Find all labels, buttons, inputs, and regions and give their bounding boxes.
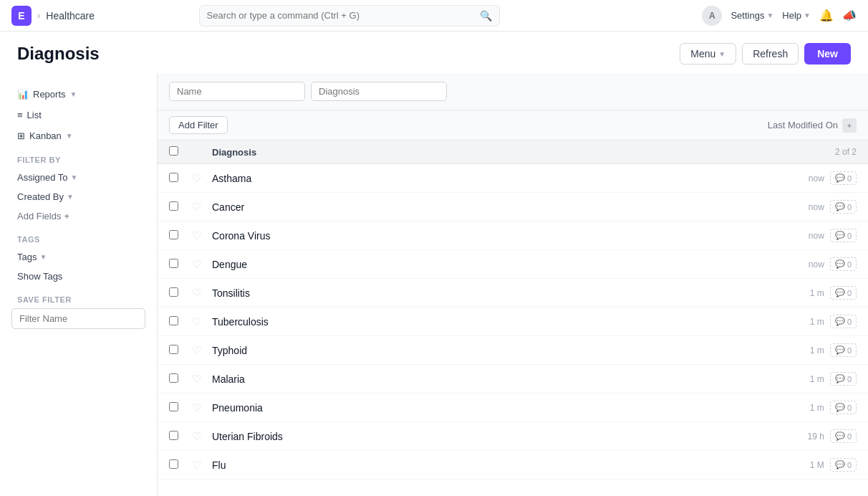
table-row[interactable]: ♡ Pneumonia 1 m 💬 0 <box>158 394 868 422</box>
tags-filter[interactable]: Tags ▼ <box>11 248 145 266</box>
megaphone-icon[interactable]: 📣 <box>842 9 857 22</box>
filter-name-input[interactable] <box>11 308 145 329</box>
last-modified-section: Last Modified On + <box>768 118 857 133</box>
table-row[interactable]: ♡ Malaria 1 m 💬 0 <box>158 365 868 394</box>
row-checkbox-col <box>169 431 192 442</box>
topnav-actions: A Settings ▼ Help ▼ 🔔 📣 <box>702 6 857 26</box>
refresh-button[interactable]: Refresh <box>742 43 799 65</box>
row-comment-button[interactable]: 💬 0 <box>830 200 857 214</box>
row-heart-icon[interactable]: ♡ <box>192 315 212 328</box>
menu-button[interactable]: Menu ▼ <box>680 43 736 65</box>
row-heart-icon[interactable]: ♡ <box>192 229 212 242</box>
new-button[interactable]: New <box>804 43 851 65</box>
row-checkbox[interactable] <box>169 287 178 297</box>
row-comment-button[interactable]: 💬 0 <box>830 458 857 472</box>
notifications-icon[interactable]: 🔔 <box>819 9 834 22</box>
row-checkbox[interactable] <box>169 201 178 211</box>
row-heart-icon[interactable]: ♡ <box>192 401 212 414</box>
row-checkbox[interactable] <box>169 373 178 383</box>
row-heart-icon[interactable]: ♡ <box>192 287 212 300</box>
table-row[interactable]: ♡ Corona Virus now 💬 0 <box>158 221 868 250</box>
assigned-to-filter[interactable]: Assigned To ▼ <box>11 168 145 186</box>
table-row[interactable]: ♡ Typhoid 1 m 💬 0 <box>158 336 868 365</box>
breadcrumb-label: Healthcare <box>46 10 95 22</box>
row-heart-icon[interactable]: ♡ <box>192 172 212 185</box>
row-heart-icon[interactable]: ♡ <box>192 258 212 271</box>
table-toolbar: Add Filter Last Modified On + <box>158 110 868 140</box>
row-comment-button[interactable]: 💬 0 <box>830 315 857 328</box>
row-time: 1 m <box>796 374 824 384</box>
comment-icon: 💬 <box>835 202 845 211</box>
avatar[interactable]: A <box>702 6 722 26</box>
row-time: now <box>796 173 824 183</box>
row-heart-icon[interactable]: ♡ <box>192 373 212 386</box>
tags-caret-icon: ▼ <box>39 253 47 261</box>
created-by-filter[interactable]: Created By ▼ <box>11 188 145 206</box>
table-row[interactable]: ♡ Flu 1 M 💬 0 <box>158 451 868 480</box>
row-heart-icon[interactable]: ♡ <box>192 344 212 357</box>
sidebar-item-reports[interactable]: 📊 Reports ▼ <box>11 85 145 104</box>
row-checkbox[interactable] <box>169 459 178 469</box>
table-row[interactable]: ♡ Dengue now 💬 0 <box>158 250 868 279</box>
plus-icon: + <box>64 211 69 221</box>
header-checkbox-col <box>169 146 192 158</box>
header-actions: Menu ▼ Refresh New <box>680 43 851 65</box>
row-actions: 💬 0 <box>830 171 857 185</box>
table-row[interactable]: ♡ Asthama now 💬 0 <box>158 164 868 193</box>
add-filter-button[interactable]: Add Filter <box>169 116 228 134</box>
row-checkbox[interactable] <box>169 345 178 354</box>
row-actions: 💬 0 <box>830 401 857 414</box>
search-bar[interactable]: 🔍 <box>199 5 500 27</box>
row-name: Typhoid <box>212 345 796 356</box>
diagnosis-filter-input[interactable] <box>311 82 447 101</box>
row-checkbox[interactable] <box>169 173 178 182</box>
row-time: 19 h <box>796 431 824 442</box>
row-heart-icon[interactable]: ♡ <box>192 430 212 443</box>
search-input[interactable] <box>207 10 476 21</box>
row-checkbox[interactable] <box>169 316 178 325</box>
row-meta: now 💬 0 <box>796 200 857 214</box>
last-modified-icon[interactable]: + <box>842 118 857 133</box>
row-name: Tuberculosis <box>212 316 796 328</box>
row-comment-button[interactable]: 💬 0 <box>830 229 857 242</box>
row-comment-button[interactable]: 💬 0 <box>830 286 857 300</box>
comment-icon: 💬 <box>835 460 845 469</box>
row-meta: now 💬 0 <box>796 257 857 271</box>
search-icon: 🔍 <box>480 10 492 22</box>
header-checkbox[interactable] <box>169 146 178 156</box>
row-time: 1 m <box>796 317 824 327</box>
table-row[interactable]: ♡ Cancer now 💬 0 <box>158 193 868 221</box>
table-row[interactable]: ♡ Tonsilitis 1 m 💬 0 <box>158 279 868 307</box>
comment-icon: 💬 <box>835 231 845 240</box>
row-comment-button[interactable]: 💬 0 <box>830 171 857 185</box>
sidebar-item-list[interactable]: ≡ List <box>11 105 145 125</box>
name-filter-input[interactable] <box>169 82 305 101</box>
row-heart-icon[interactable]: ♡ <box>192 201 212 214</box>
row-comment-button[interactable]: 💬 0 <box>830 372 857 386</box>
settings-button[interactable]: Settings ▼ <box>730 10 773 21</box>
row-checkbox[interactable] <box>169 259 178 268</box>
row-comment-button[interactable]: 💬 0 <box>830 401 857 414</box>
comment-icon: 💬 <box>835 259 845 269</box>
show-tags-button[interactable]: Show Tags <box>11 267 145 285</box>
row-checkbox[interactable] <box>169 402 178 411</box>
row-actions: 💬 0 <box>830 458 857 472</box>
row-comment-button[interactable]: 💬 0 <box>830 257 857 271</box>
table-row[interactable]: ♡ Uterian Fibroids 19 h 💬 0 <box>158 422 868 451</box>
kanban-caret-icon: ▼ <box>66 132 73 140</box>
comment-count: 0 <box>847 346 852 355</box>
add-fields-button[interactable]: Add Fields + <box>11 207 145 225</box>
row-comment-button[interactable]: 💬 0 <box>830 343 857 357</box>
kanban-icon: ⊞ <box>17 130 25 141</box>
row-comment-button[interactable]: 💬 0 <box>830 429 857 443</box>
settings-caret-icon: ▼ <box>766 11 773 19</box>
row-checkbox-col <box>169 201 192 213</box>
row-checkbox[interactable] <box>169 230 178 239</box>
row-actions: 💬 0 <box>830 315 857 328</box>
row-heart-icon[interactable]: ♡ <box>192 459 212 472</box>
row-checkbox[interactable] <box>169 431 178 440</box>
help-button[interactable]: Help ▼ <box>782 10 811 21</box>
comment-icon: 💬 <box>835 345 845 355</box>
sidebar-item-kanban[interactable]: ⊞ Kanban ▼ <box>11 126 145 146</box>
table-row[interactable]: ♡ Tuberculosis 1 m 💬 0 <box>158 307 868 336</box>
